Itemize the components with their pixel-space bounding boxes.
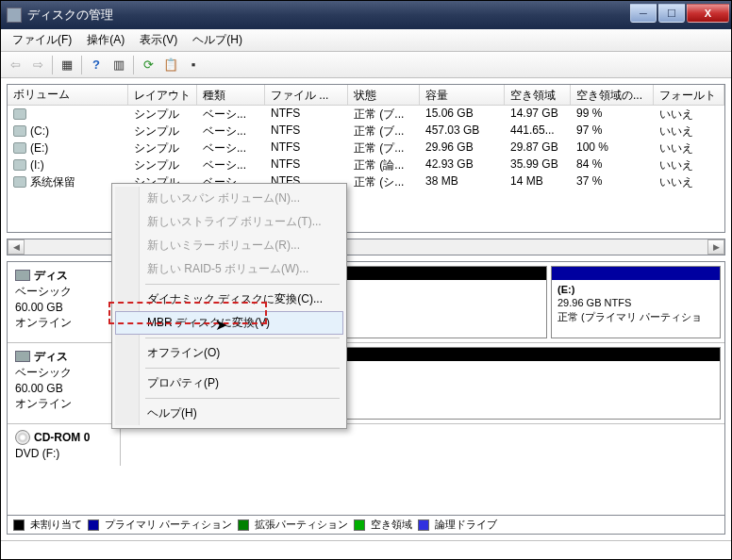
disk-1-label: ディス ベーシック 60.00 GB オンライン [8, 343, 121, 423]
th-free[interactable]: 空き領域 [505, 85, 571, 105]
ctx-help[interactable]: ヘルプ(H) [115, 402, 343, 425]
disk-icon [15, 351, 30, 362]
back-button[interactable]: ⇦ [5, 55, 25, 75]
menu-action[interactable]: 操作(A) [79, 30, 132, 50]
disk-management-window: ディスクの管理 ─ ☐ X ファイル(F) 操作(A) 表示(V) ヘルプ(H)… [0, 0, 732, 560]
volume-icon [13, 125, 26, 137]
close-button[interactable]: X [687, 4, 729, 23]
toolbar: ⇦ ⇨ ▦ ? ▥ ⟳ 📋 ▪ [1, 52, 731, 78]
menu-help[interactable]: ヘルプ(H) [185, 30, 250, 50]
th-fault[interactable]: フォールト [654, 85, 724, 105]
ctx-new-raid5[interactable]: 新しい RAID-5 ボリューム(W)... [115, 257, 343, 281]
th-volume[interactable]: ボリューム [8, 85, 128, 105]
volume-icon [13, 159, 26, 171]
volume-icon [13, 108, 26, 120]
window-title: ディスクの管理 [27, 7, 630, 24]
th-capacity[interactable]: 容量 [420, 85, 505, 105]
forward-button[interactable]: ⇨ [27, 55, 48, 75]
partition-e[interactable]: (E:) 29.96 GB NTFS 正常 (プライマリ パーティショ [551, 266, 721, 338]
menu-file[interactable]: ファイル(F) [5, 30, 79, 50]
table-row[interactable]: (E:)シンプルベーシ...NTFS正常 (プ...29.96 GB29.87 … [8, 140, 724, 156]
th-layout[interactable]: レイアウト [128, 85, 197, 105]
toolbar-icon-1[interactable]: ▦ [57, 55, 77, 75]
titlebar[interactable]: ディスクの管理 ─ ☐ X [1, 1, 731, 29]
cdrom-label: CD-ROM 0 DVD (F:) [8, 424, 121, 466]
app-icon [7, 8, 22, 23]
disk-0-label: ディス ベーシック 60.00 GB オンライン [8, 262, 121, 342]
ctx-convert-mbr[interactable]: MBR ディスクに変換(V) [115, 311, 343, 335]
ctx-offline[interactable]: オフライン(O) [115, 341, 343, 365]
table-row[interactable]: シンプルベーシ...NTFS正常 (ブ...15.06 GB14.97 GB99… [8, 106, 724, 123]
th-pct[interactable]: 空き領域の... [571, 85, 654, 105]
toolbar-icon-3[interactable]: 📋 [160, 55, 181, 75]
ctx-new-stripe[interactable]: 新しいストライプ ボリューム(T)... [115, 210, 343, 234]
scroll-right-icon[interactable]: ▶ [707, 239, 724, 255]
refresh-icon[interactable]: ⟳ [138, 55, 158, 75]
menu-view[interactable]: 表示(V) [132, 30, 185, 50]
ctx-new-mirror[interactable]: 新しいミラー ボリューム(R)... [115, 234, 343, 257]
volume-icon [13, 176, 26, 188]
context-menu: 新しいスパン ボリューム(N)... 新しいストライプ ボリューム(T)... … [111, 183, 347, 429]
scroll-left-icon[interactable]: ◀ [8, 239, 25, 255]
th-fs[interactable]: ファイル ... [265, 85, 348, 105]
disk-icon [15, 270, 30, 281]
th-status[interactable]: 状態 [348, 85, 420, 105]
ctx-convert-dynamic[interactable]: ダイナミック ディスクに変換(C)... [115, 288, 343, 311]
menubar: ファイル(F) 操作(A) 表示(V) ヘルプ(H) [1, 29, 731, 52]
toolbar-icon-2[interactable]: ▥ [108, 55, 129, 75]
help-icon[interactable]: ? [86, 55, 107, 75]
cursor-icon: ➤ [215, 316, 227, 334]
volume-icon [13, 142, 26, 154]
table-row[interactable]: (C:)シンプルベーシ...NTFS正常 (ブ...457.03 GB441.6… [8, 123, 724, 140]
ctx-properties[interactable]: プロパティ(P) [115, 371, 343, 395]
cdrom-icon [15, 430, 30, 445]
ctx-new-span[interactable]: 新しいスパン ボリューム(N)... [115, 187, 343, 210]
th-type[interactable]: 種類 [197, 85, 265, 105]
minimize-button[interactable]: ─ [630, 4, 657, 23]
toolbar-icon-4[interactable]: ▪ [183, 55, 204, 75]
table-row[interactable]: (I:)シンプルベーシ...NTFS正常 (論...42.93 GB35.99 … [8, 156, 724, 173]
legend: 未割り当て プライマリ パーティション 拡張パーティション 空き領域 論理ドライ… [7, 516, 725, 535]
statusbar [1, 540, 731, 559]
maximize-button[interactable]: ☐ [658, 4, 685, 23]
